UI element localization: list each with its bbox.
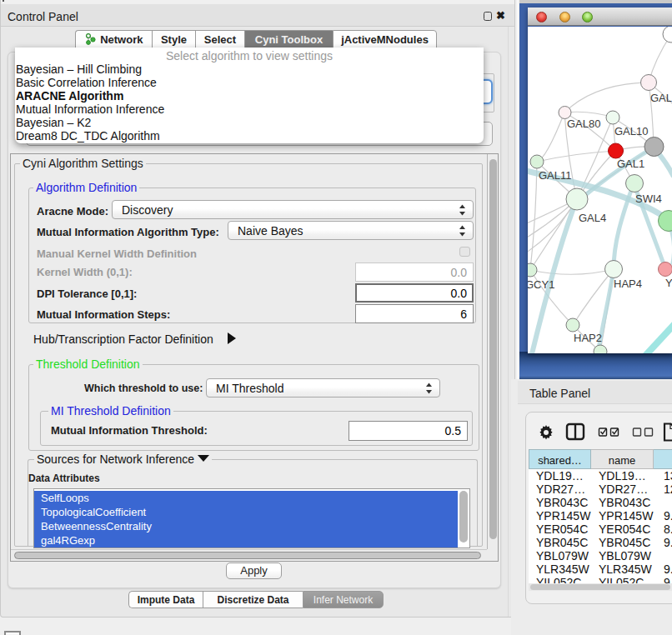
svg-text:GAL4: GAL4 [579,212,606,224]
svg-text:GCY1: GCY1 [528,278,554,291]
svg-text:SWI4: SWI4 [635,192,662,205]
svg-text:GAL11: GAL11 [539,169,572,182]
svg-text:HAP2: HAP2 [574,332,602,344]
svg-text:GAL10: GAL10 [614,125,648,138]
svg-text:HAP4: HAP4 [614,278,642,290]
svg-text:Y: Y [665,277,672,289]
svg-text:GAL: GAL [650,92,672,104]
svg-text:GAL1: GAL1 [617,158,644,170]
svg-text:GAL80: GAL80 [567,118,600,130]
